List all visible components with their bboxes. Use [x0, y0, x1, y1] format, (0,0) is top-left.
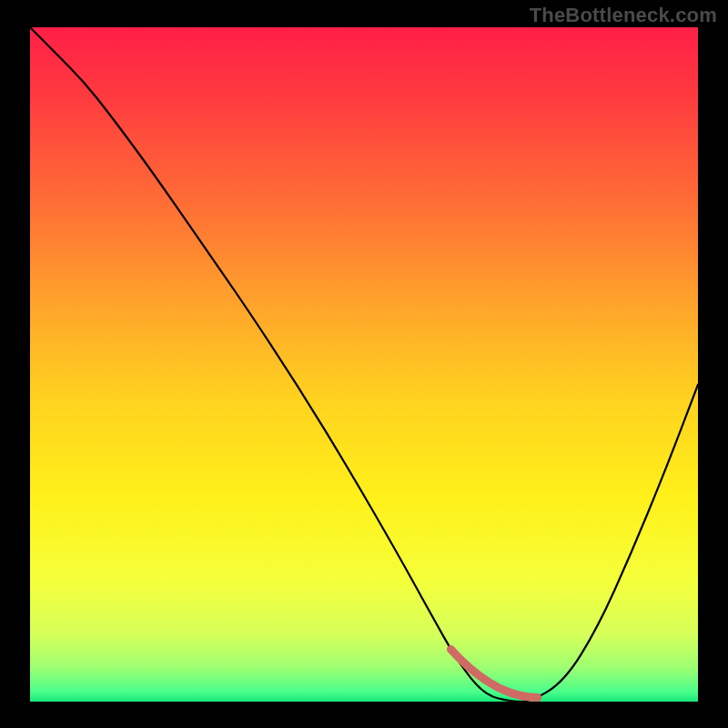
chart-frame: TheBottleneck.com: [0, 0, 728, 728]
bottleneck-chart: [0, 0, 728, 728]
watermark-text: TheBottleneck.com: [530, 4, 717, 27]
plot-background: [30, 27, 698, 702]
